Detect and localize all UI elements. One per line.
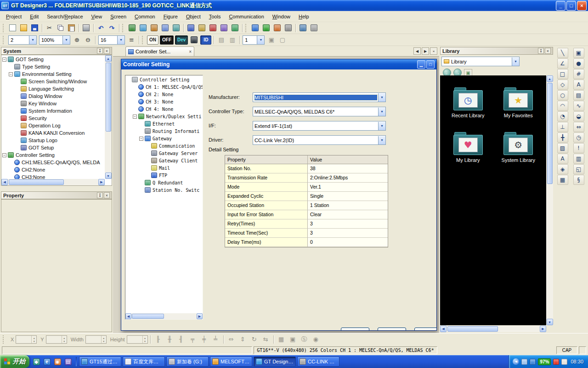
polyline-button[interactable]: ∠ [557,58,568,69]
system-tree-item-ch3-none[interactable]: CH3:None [1,173,105,179]
toolbar-grip[interactable] [142,36,144,44]
recipe-button[interactable]: ▥ [573,154,584,164]
chevron-down-icon[interactable]: ▼ [117,36,124,44]
collapse-box[interactable]: − [9,72,13,76]
library-list-button[interactable] [230,23,240,33]
dialog-tree-item-ftp[interactable]: FTP [125,172,203,179]
dialog-tree-item-gateway[interactable]: −Gateway [125,135,203,142]
value-cell-station-no[interactable]: 38 [308,164,388,173]
apply-button[interactable]: Apply [414,328,437,331]
flip-horizontal-button[interactable]: ⇆ [260,334,271,345]
scroll-thumb[interactable] [9,179,64,185]
close-panel-button[interactable]: × [545,48,551,54]
chevron-down-icon[interactable]: ▼ [29,36,36,44]
spinner[interactable]: ▴▾ [62,336,67,343]
manufacturer-select[interactable]: MITSUBISHI ▼ [253,92,386,102]
scroll-left-icon[interactable]: ◀ [440,326,447,332]
close-button[interactable]: × [577,1,587,11]
library-select[interactable]: Library ▼ [441,57,520,66]
scroll-left-icon[interactable]: ◀ [125,313,131,319]
chevron-down-icon[interactable]: ▼ [378,122,385,130]
system-tree-item-controller-setting[interactable]: −Controller Setting [1,151,105,159]
scroll-right-icon[interactable]: ▶ [197,313,203,319]
rotate-button[interactable]: ↻ [249,334,260,345]
status-resize-grip[interactable] [579,346,586,354]
paste-button[interactable] [66,23,77,33]
spinner[interactable]: ▴▾ [31,336,36,343]
numerical-display-button[interactable]: # [573,69,584,79]
menu-view[interactable]: View [87,12,107,21]
polygon-button[interactable]: ◇ [557,80,568,90]
menu-common[interactable]: Common [130,12,159,21]
simulator-button[interactable] [250,23,260,33]
toolbar-grip[interactable] [3,24,5,32]
zoom-out-button[interactable]: ⊖ [83,35,93,45]
dialog-tree-item-ch-4-none[interactable]: CH 4: None [125,105,203,113]
width-input[interactable]: ▴▾ [85,335,107,344]
dialog-tree-item-ch-3-none[interactable]: CH 3: None [125,98,203,105]
script-button[interactable]: § [573,175,584,185]
window-object-button[interactable]: ◱ [573,164,584,174]
comment-list-button[interactable] [197,23,207,33]
tab-controller-setting[interactable]: Controller Set... × [125,46,194,56]
tab-close-icon[interactable]: × [189,49,192,54]
ascii-display-button[interactable]: A [573,80,584,90]
value-cell-delay-time-ms[interactable]: 0 [308,238,388,247]
library-item-my-favorites[interactable]: ★My Favorites [495,87,541,118]
library-panel-titlebar[interactable]: Library ↧ × [440,47,553,55]
value-cell-input-for-error-station[interactable]: Clear [308,210,388,219]
tab-close-button[interactable]: × [430,47,437,55]
pin-button[interactable]: ↧ [538,48,544,54]
quicklaunch-designer-button[interactable]: ◆ [32,357,41,366]
align-bottom-button[interactable]: ╧ [210,334,221,345]
chevron-down-icon[interactable]: ▼ [257,36,264,44]
system-tree-item-environmental-setting[interactable]: −Environmental Setting [1,70,105,78]
toolbar-grip[interactable] [122,24,124,32]
menu-screen[interactable]: Screen [106,12,130,21]
menu-edit[interactable]: Edit [26,12,43,21]
option-button[interactable] [309,23,319,33]
scroll-thumb[interactable] [106,63,111,132]
dialog-tree-item-ethernet[interactable]: Ethernet [125,120,203,127]
menu-help[interactable]: Help [294,12,313,21]
switch-button[interactable]: ▣ [573,48,584,58]
print-button[interactable] [81,23,91,33]
system-tree-item-type-setting[interactable]: Type Setting [1,63,105,70]
menu-search-replace[interactable]: Search/Replace [43,12,87,21]
collapse-box[interactable]: − [133,115,137,119]
quicklaunch-desktop-button[interactable]: ▤ [63,357,73,366]
taskbar-task-cc-link-sett[interactable]: CC-LINK SETT... [297,356,339,367]
menu-figure[interactable]: Figure [159,12,182,21]
sector-button[interactable]: ◔ [557,111,568,121]
scroll-thumb[interactable] [547,83,553,184]
list-view-button[interactable]: ≡ [126,35,137,45]
combo-layer[interactable]: 1▼ [243,35,265,45]
dialog-tree-item-ch-1-melsec-qna-q-qs[interactable]: CH 1: MELSEC-QnA/Q/QS [125,83,203,91]
scroll-right-icon[interactable]: ▶ [98,179,105,185]
system-tree-item-got-setting[interactable]: −GOT Setting [1,56,105,63]
window-tile-button[interactable]: ▥ [227,35,237,45]
align-center-vertical-button[interactable]: ╪ [199,334,209,345]
taskbar-task-item[interactable]: 百度文库一... [123,356,165,367]
scale-button[interactable]: ⊥ [557,122,568,132]
align-right-button[interactable]: ╢ [176,334,187,345]
antivirus-icon[interactable] [553,359,559,365]
save-project-button[interactable] [29,23,40,33]
taskbar-clock[interactable]: 08:30 [571,359,583,364]
same-width-button[interactable]: ⇔ [226,334,237,345]
zoom-in-button[interactable]: ⊕ [72,35,82,45]
new-report-screen-button[interactable] [149,23,159,33]
controller-type-select[interactable]: MELSEC-QnA/Q/QS, MELDAS C6* ▼ [253,107,386,116]
align-top-button[interactable]: ╤ [187,334,198,345]
read-from-got-button[interactable] [272,23,283,33]
window-preview-button[interactable]: ▤ [216,35,226,45]
y-input[interactable]: ▴▾ [46,335,67,344]
state-off-toggle[interactable]: OFF [160,35,174,45]
toolbar-grip[interactable] [3,335,5,344]
chevron-down-icon[interactable]: ▼ [378,136,385,144]
driver-select[interactable]: CC-Link Ver.2(ID) ▼ [253,135,386,145]
system-tree-item-dialog-window[interactable]: Dialog Window [1,92,105,100]
paint-button[interactable]: ▨ [557,143,568,153]
value-cell-transmission-rate[interactable]: 2:Online:2.5Mbps [308,173,388,183]
menu-tools[interactable]: Tools [205,12,225,21]
